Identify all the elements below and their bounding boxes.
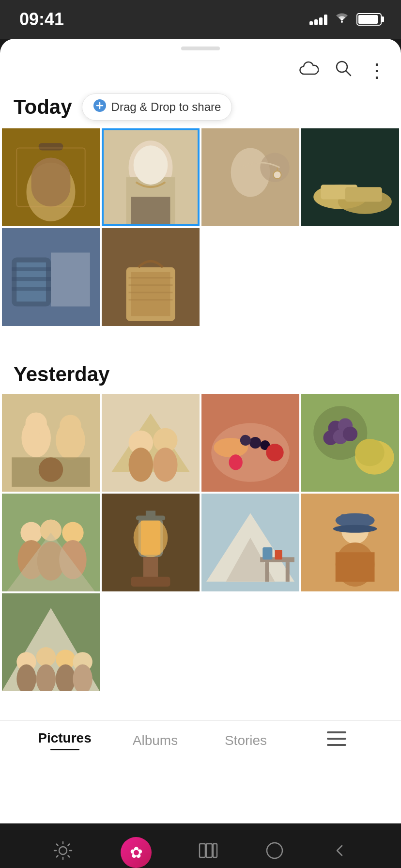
svg-rect-33: [131, 272, 170, 316]
photo-cell[interactable]: [201, 128, 299, 226]
photo-cell[interactable]: [2, 593, 100, 691]
svg-point-77: [134, 518, 168, 558]
svg-point-53: [249, 437, 261, 449]
svg-point-92: [333, 525, 377, 533]
tab-pictures[interactable]: Pictures: [19, 730, 110, 750]
app-container: ⋮ Today Drag & Drop to share: [0, 39, 401, 823]
drag-drop-badge: Drag & Drop to share: [82, 93, 232, 121]
tab-stories[interactable]: Stories: [200, 733, 291, 748]
photo-cell[interactable]: [102, 494, 200, 591]
photo-cell[interactable]: [301, 494, 399, 591]
wifi-icon: [334, 12, 350, 27]
today-section-header: Today Drag & Drop to share: [0, 86, 401, 128]
signal-icon: [309, 14, 327, 25]
svg-rect-81: [131, 577, 170, 587]
recent-apps-icon[interactable]: [199, 842, 218, 864]
svg-point-49: [153, 448, 178, 482]
svg-rect-105: [327, 738, 346, 740]
settings-nav-icon[interactable]: [52, 840, 74, 866]
svg-point-41: [25, 412, 46, 434]
svg-point-42: [60, 415, 81, 436]
photo-cell[interactable]: [301, 394, 399, 492]
tab-active-indicator: [50, 749, 79, 750]
handle-bar: [0, 39, 401, 54]
svg-rect-86: [262, 547, 272, 559]
svg-rect-94: [336, 552, 375, 582]
svg-rect-34: [129, 277, 173, 279]
photo-cell[interactable]: [201, 394, 299, 492]
svg-rect-108: [206, 844, 212, 857]
svg-point-48: [129, 448, 154, 482]
photo-cell[interactable]: [102, 228, 200, 326]
yesterday-section-header: Yesterday: [0, 355, 401, 394]
svg-point-64: [343, 427, 357, 441]
svg-rect-106: [327, 744, 346, 746]
svg-point-55: [240, 435, 251, 446]
today-section: Today Drag & Drop to share: [0, 86, 401, 336]
toolbar: ⋮: [0, 54, 401, 86]
tab-menu[interactable]: [291, 731, 382, 750]
svg-rect-6: [31, 158, 71, 207]
section-spacer: [0, 336, 401, 355]
svg-rect-109: [213, 844, 217, 857]
home-app-icon[interactable]: ✿: [121, 837, 152, 868]
drag-drop-label: Drag & Drop to share: [111, 100, 221, 114]
nav-bar: ✿: [0, 823, 401, 868]
photo-cell-selected[interactable]: [102, 128, 200, 226]
svg-rect-23: [345, 187, 382, 202]
flower-icon: ✿: [130, 843, 143, 862]
svg-rect-37: [129, 299, 173, 300]
more-icon[interactable]: ⋮: [367, 61, 386, 80]
svg-rect-110: [267, 843, 282, 858]
photo-cell[interactable]: [301, 128, 399, 226]
tab-pictures-label: Pictures: [38, 730, 92, 746]
yesterday-photo-grid: [0, 394, 401, 691]
bottom-tabs: Pictures Albums Stories: [0, 720, 401, 760]
sheet-handle: [181, 46, 220, 50]
svg-rect-36: [129, 292, 173, 293]
svg-point-97: [36, 647, 56, 666]
hamburger-icon: [327, 731, 346, 750]
photo-cell[interactable]: [201, 494, 299, 591]
photo-cell[interactable]: [102, 394, 200, 492]
svg-point-17: [273, 171, 281, 179]
yesterday-title: Yesterday: [14, 363, 109, 386]
today-photo-grid: [0, 128, 401, 326]
tab-albums-label: Albums: [133, 733, 178, 748]
svg-point-66: [355, 439, 385, 466]
photo-cell[interactable]: [2, 228, 100, 326]
svg-point-57: [229, 454, 243, 470]
yesterday-section: Yesterday: [0, 355, 401, 701]
search-icon[interactable]: [334, 59, 352, 81]
svg-rect-30: [12, 287, 51, 291]
svg-point-44: [39, 457, 63, 482]
photo-cell[interactable]: [2, 494, 100, 591]
back-icon[interactable]: [331, 842, 349, 864]
drag-drop-icon: [93, 99, 107, 115]
photo-cell[interactable]: [2, 128, 100, 226]
svg-rect-91: [340, 514, 370, 523]
home-icon[interactable]: [265, 841, 284, 865]
svg-rect-85: [286, 562, 290, 581]
cloud-icon[interactable]: [299, 60, 319, 80]
svg-point-12: [134, 145, 168, 185]
status-icons: [309, 12, 382, 27]
svg-rect-35: [129, 284, 173, 286]
photo-cell[interactable]: [2, 394, 100, 492]
svg-rect-107: [200, 844, 205, 857]
section-spacer-2: [0, 701, 401, 720]
tab-albums[interactable]: Albums: [110, 733, 200, 748]
svg-point-0: [341, 21, 343, 23]
svg-rect-87: [275, 550, 282, 559]
status-bar: 09:41: [0, 0, 401, 39]
battery-icon: [356, 13, 382, 26]
svg-rect-7: [39, 143, 63, 150]
svg-point-56: [266, 444, 283, 461]
svg-rect-84: [265, 562, 269, 581]
status-time: 09:41: [19, 9, 64, 30]
svg-rect-104: [327, 731, 346, 733]
svg-rect-29: [12, 277, 51, 281]
tab-stories-label: Stories: [225, 733, 267, 748]
svg-rect-79: [146, 511, 155, 518]
svg-rect-27: [51, 253, 90, 307]
